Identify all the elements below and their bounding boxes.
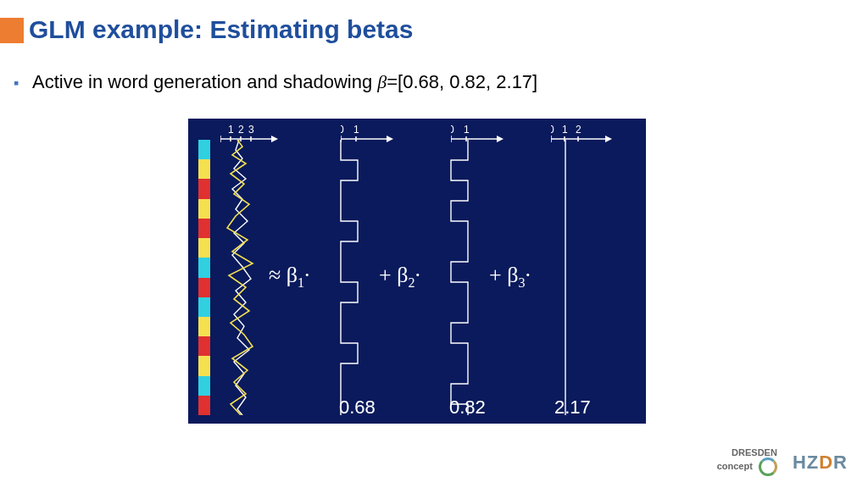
svg-text:0: 0 bbox=[341, 124, 344, 136]
svg-text:2: 2 bbox=[238, 124, 244, 136]
beta1-label: ≈ β1· bbox=[269, 263, 310, 291]
trace-reg1 bbox=[337, 140, 370, 415]
condition-colorbar bbox=[198, 140, 210, 415]
svg-text:0: 0 bbox=[551, 124, 554, 136]
beta1-value: 0.68 bbox=[339, 396, 376, 419]
page-title: GLM example: Estimating betas bbox=[29, 15, 413, 44]
glm-figure: 1 2 3 0 1 0 1 0 1 2 bbox=[188, 119, 646, 424]
svg-text:1: 1 bbox=[464, 124, 470, 136]
accent-bar bbox=[0, 18, 24, 43]
trace-reg3 bbox=[561, 140, 570, 415]
beta3-label: + β3· bbox=[489, 263, 531, 291]
footer-logos: DRESDENconcept HZDR bbox=[717, 448, 848, 476]
beta2-label: + β2· bbox=[379, 263, 420, 291]
svg-text:3: 3 bbox=[248, 124, 254, 136]
bullet-text: Active in word generation and shadowing … bbox=[32, 71, 537, 93]
svg-marker-22 bbox=[605, 136, 612, 142]
trace-observed-data bbox=[214, 140, 264, 415]
beta2-value: 0.82 bbox=[449, 396, 486, 419]
dresden-concept-logo: DRESDENconcept bbox=[717, 448, 777, 476]
beta3-value: 2.17 bbox=[554, 396, 591, 419]
svg-marker-1 bbox=[271, 136, 278, 142]
svg-text:2: 2 bbox=[576, 124, 581, 136]
hzdr-logo: HZDR bbox=[793, 452, 848, 474]
bullet-marker: ▪ bbox=[14, 75, 19, 92]
svg-text:1: 1 bbox=[562, 124, 568, 136]
svg-marker-16 bbox=[497, 136, 504, 142]
svg-text:1: 1 bbox=[353, 124, 359, 136]
trace-reg2 bbox=[447, 140, 481, 415]
svg-marker-10 bbox=[387, 136, 393, 142]
svg-text:0: 0 bbox=[451, 124, 454, 136]
svg-text:1: 1 bbox=[228, 124, 234, 136]
